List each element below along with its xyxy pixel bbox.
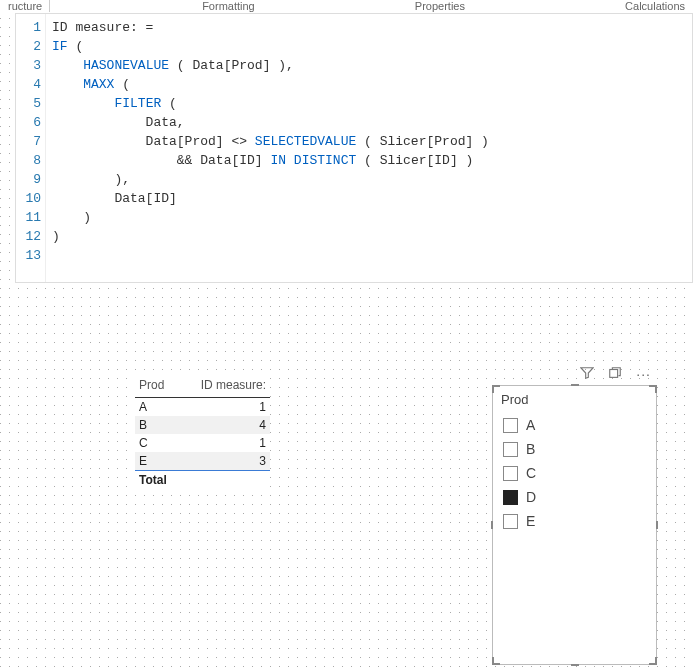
slicer-item-label: D	[526, 489, 536, 505]
focus-mode-icon[interactable]	[606, 366, 624, 383]
ribbon-tab-properties[interactable]: Properties	[407, 0, 473, 12]
cell-prod: B	[135, 416, 179, 434]
resize-handle-t[interactable]	[571, 384, 579, 386]
cell-value: 3	[179, 452, 270, 471]
table-row[interactable]: A1	[135, 398, 270, 417]
ribbon-tab-calculations[interactable]: Calculations	[617, 0, 693, 12]
resize-handle-r[interactable]	[656, 521, 658, 529]
slicer-item-label: C	[526, 465, 536, 481]
svg-rect-0	[610, 370, 618, 378]
editor-gutter: 12345678910111213	[16, 14, 46, 282]
ribbon-group-structure[interactable]: ructure	[0, 0, 50, 12]
slicer-item-b[interactable]: B	[501, 437, 648, 461]
checkbox-icon[interactable]	[503, 466, 518, 481]
slicer-item-d[interactable]: D	[501, 485, 648, 509]
slicer-visual-container: ··· Prod ABCDE	[492, 364, 657, 665]
slicer-item-label: B	[526, 441, 535, 457]
table-row[interactable]: E3	[135, 452, 270, 471]
resize-handle-br[interactable]	[649, 657, 657, 665]
table-visual[interactable]: Prod ID measure: A1B4C1E3Total	[135, 373, 270, 489]
table-row[interactable]: C1	[135, 434, 270, 452]
slicer-item-label: A	[526, 417, 535, 433]
visual-header: ···	[492, 364, 657, 385]
table-header-measure[interactable]: ID measure:	[179, 373, 270, 398]
resize-handle-tr[interactable]	[649, 385, 657, 393]
cell-value: 4	[179, 416, 270, 434]
total-value	[179, 471, 270, 490]
slicer-visual[interactable]: Prod ABCDE	[492, 385, 657, 665]
ribbon-tabs: ructure Formatting Properties Calculatio…	[0, 0, 693, 13]
checkbox-icon[interactable]	[503, 442, 518, 457]
resize-handle-bl[interactable]	[492, 657, 500, 665]
checkbox-icon[interactable]	[503, 418, 518, 433]
total-label: Total	[135, 471, 179, 490]
cell-value: 1	[179, 434, 270, 452]
cell-prod: A	[135, 398, 179, 417]
editor-code[interactable]: ID measure: =IF ( HASONEVALUE ( Data[Pro…	[46, 14, 489, 282]
slicer-title: Prod	[501, 392, 648, 407]
cell-prod: E	[135, 452, 179, 471]
filter-icon[interactable]	[578, 366, 596, 383]
checkbox-icon[interactable]	[503, 490, 518, 505]
formula-editor[interactable]: 12345678910111213 ID measure: =IF ( HASO…	[15, 13, 693, 283]
table-row[interactable]: B4	[135, 416, 270, 434]
resize-handle-b[interactable]	[571, 664, 579, 666]
resize-handle-tl[interactable]	[492, 385, 500, 393]
ribbon-tab-formatting[interactable]: Formatting	[194, 0, 263, 12]
report-canvas[interactable]: 12345678910111213 ID measure: =IF ( HASO…	[0, 13, 693, 667]
more-options-icon[interactable]: ···	[634, 366, 653, 383]
cell-value: 1	[179, 398, 270, 417]
checkbox-icon[interactable]	[503, 514, 518, 529]
slicer-item-label: E	[526, 513, 535, 529]
slicer-item-a[interactable]: A	[501, 413, 648, 437]
resize-handle-l[interactable]	[491, 521, 493, 529]
slicer-item-e[interactable]: E	[501, 509, 648, 533]
table-header-prod[interactable]: Prod	[135, 373, 179, 398]
slicer-item-c[interactable]: C	[501, 461, 648, 485]
cell-prod: C	[135, 434, 179, 452]
